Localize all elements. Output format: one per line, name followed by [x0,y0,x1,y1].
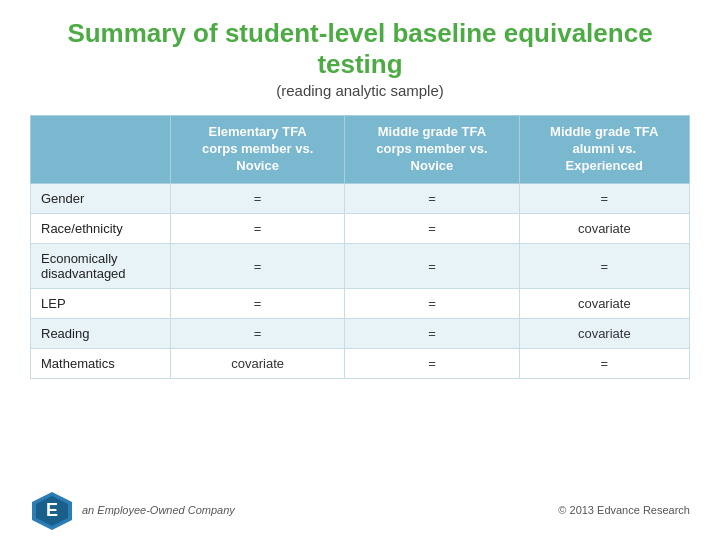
col-header-alumni: Middle grade TFAalumni vs.Experienced [519,116,689,184]
table-row: Race/ethnicity==covariate [31,214,690,244]
row-3-col1: = [171,289,345,319]
table-row: Gender=== [31,184,690,214]
data-table: Elementary TFAcorps member vs.Novice Mid… [30,115,690,379]
table-row: Mathematicscovariate== [31,349,690,379]
row-1-col2: = [345,214,519,244]
row-label: Gender [31,184,171,214]
row-3-col2: = [345,289,519,319]
row-4-col2: = [345,319,519,349]
row-5-col2: = [345,349,519,379]
row-1-col3: covariate [519,214,689,244]
row-4-col1: = [171,319,345,349]
row-0-col2: = [345,184,519,214]
row-label: Race/ethnicity [31,214,171,244]
row-label: Mathematics [31,349,171,379]
row-label: LEP [31,289,171,319]
row-3-col3: covariate [519,289,689,319]
table-wrapper: Elementary TFAcorps member vs.Novice Mid… [30,115,690,478]
col-header-elementary: Elementary TFAcorps member vs.Novice [171,116,345,184]
row-0-col1: = [171,184,345,214]
company-text: an Employee-Owned Company [82,504,235,516]
col-header-empty [31,116,171,184]
row-4-col3: covariate [519,319,689,349]
row-2-col1: = [171,244,345,289]
row-label: Reading [31,319,171,349]
row-5-col1: covariate [171,349,345,379]
table-row: Reading==covariate [31,319,690,349]
subtitle: (reading analytic sample) [30,82,690,99]
table-row: LEP==covariate [31,289,690,319]
row-0-col3: = [519,184,689,214]
footer: E an Employee-Owned Company © 2013 Edvan… [30,486,690,530]
row-5-col3: = [519,349,689,379]
table-header-row: Elementary TFAcorps member vs.Novice Mid… [31,116,690,184]
copyright-text: © 2013 Edvance Research [558,504,690,516]
row-2-col2: = [345,244,519,289]
page: Summary of student-level baseline equiva… [0,0,720,540]
col-header-middle-grade: Middle grade TFAcorps member vs.Novice [345,116,519,184]
footer-left: E an Employee-Owned Company [30,490,235,530]
row-1-col1: = [171,214,345,244]
title-section: Summary of student-level baseline equiva… [30,18,690,99]
table-row: Economically disadvantaged=== [31,244,690,289]
company-logo: E [30,490,74,530]
svg-text:E: E [46,500,58,520]
row-label: Economically disadvantaged [31,244,171,289]
row-2-col3: = [519,244,689,289]
main-title: Summary of student-level baseline equiva… [30,18,690,80]
